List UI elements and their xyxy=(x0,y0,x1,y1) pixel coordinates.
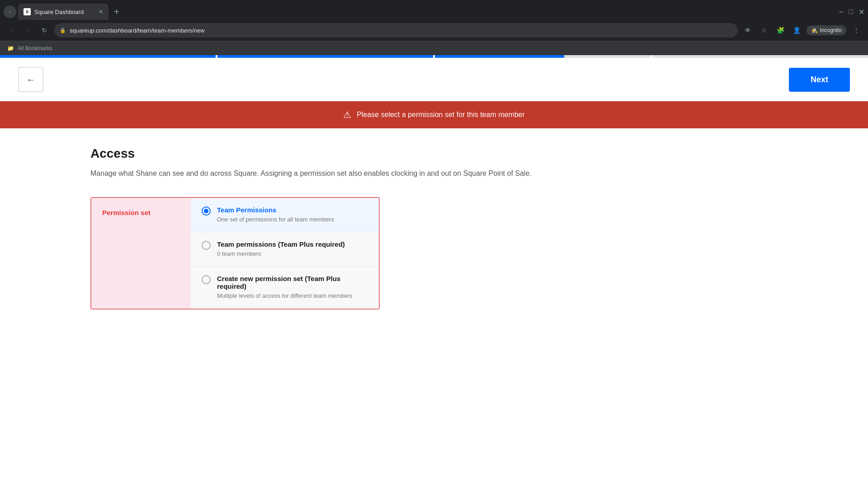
address-bar[interactable]: 🔒 squareup.com/dashboard/team/team-membe… xyxy=(54,23,738,38)
nav-row: ← Next xyxy=(0,58,868,101)
section-description: Manage what Shane can see and do across … xyxy=(90,168,778,179)
permission-option-2[interactable]: Team permissions (Team Plus required) 0 … xyxy=(191,232,379,267)
tab-close-button[interactable]: ✕ xyxy=(99,9,103,15)
browser-chrome: ‹ S Square Dashboard ✕ + – □ ✕ ← → ↻ 🔒 s… xyxy=(0,0,868,41)
option-3-content: Create new permission set (Team Plus req… xyxy=(217,275,368,300)
error-message: Please select a permission set for this … xyxy=(357,111,525,119)
option-1-title: Team Permissions xyxy=(217,206,334,214)
permission-set-label: Permission set xyxy=(102,209,151,216)
tab-favicon: S xyxy=(24,8,31,15)
option-2-description: 0 team members xyxy=(217,250,345,258)
extension-icon[interactable]: 🧩 xyxy=(774,24,787,37)
option-1-content: Team Permissions One set of permissions … xyxy=(217,206,334,224)
permission-label-column: Permission set xyxy=(91,198,191,309)
star-icon[interactable]: ☆ xyxy=(758,24,770,37)
minimize-button[interactable]: – xyxy=(839,8,843,16)
back-button[interactable]: ← xyxy=(18,67,43,92)
bookmarks-label: All Bookmarks xyxy=(18,45,52,52)
tab-prev-button[interactable]: ‹ xyxy=(4,5,16,18)
progress-step-3 xyxy=(435,55,651,58)
page-title: Access xyxy=(90,146,778,161)
close-button[interactable]: ✕ xyxy=(859,8,864,16)
main-content: Access Manage what Shane can see and do … xyxy=(0,128,868,328)
option-2-content: Team permissions (Team Plus required) 0 … xyxy=(217,240,345,258)
page-content: ← Next ⚠ Please select a permission set … xyxy=(0,55,868,488)
permission-set-card: Permission set Team Permissions One set … xyxy=(90,197,380,310)
error-banner: ⚠ Please select a permission set for thi… xyxy=(0,101,868,128)
permission-options-column: Team Permissions One set of permissions … xyxy=(191,198,379,309)
restore-button[interactable]: □ xyxy=(849,8,853,16)
radio-button-2[interactable] xyxy=(202,241,211,250)
incognito-badge: 🕵 Incognito xyxy=(807,25,846,35)
lock-icon: 🔒 xyxy=(60,28,66,33)
new-tab-button[interactable]: + xyxy=(110,7,123,17)
permission-option-3[interactable]: Create new permission set (Team Plus req… xyxy=(191,267,379,308)
tab-bar: ‹ S Square Dashboard ✕ + – □ ✕ xyxy=(0,0,868,20)
tab-title: Square Dashboard xyxy=(34,9,84,15)
browser-actions: 👁 ☆ 🧩 👤 🕵 Incognito ⋮ xyxy=(741,24,863,37)
browser-tab[interactable]: S Square Dashboard ✕ xyxy=(18,4,108,20)
progress-step-2 xyxy=(217,55,433,58)
progress-step-1 xyxy=(0,55,216,58)
option-3-description: Multiple levels of access for different … xyxy=(217,292,368,300)
menu-button[interactable]: ⋮ xyxy=(850,24,863,37)
bookmarks-bar: 📁 All Bookmarks xyxy=(0,41,868,55)
radio-button-1[interactable] xyxy=(202,206,211,216)
eye-off-icon[interactable]: 👁 xyxy=(741,24,754,37)
back-nav-button[interactable]: ← xyxy=(5,24,18,37)
incognito-icon: 🕵 xyxy=(811,27,818,33)
browser-controls: ← → ↻ 🔒 squareup.com/dashboard/team/team… xyxy=(0,20,868,41)
warning-icon: ⚠ xyxy=(343,109,351,120)
option-2-title: Team permissions (Team Plus required) xyxy=(217,240,345,248)
forward-nav-button[interactable]: → xyxy=(22,24,34,37)
radio-button-3[interactable] xyxy=(202,275,211,284)
permission-option-1[interactable]: Team Permissions One set of permissions … xyxy=(191,198,379,232)
back-arrow-icon: ← xyxy=(26,75,35,85)
option-3-title: Create new permission set (Team Plus req… xyxy=(217,275,368,290)
option-1-description: One set of permissions for all team memb… xyxy=(217,216,334,224)
incognito-label: Incognito xyxy=(820,27,842,33)
profile-icon[interactable]: 👤 xyxy=(790,24,803,37)
reload-button[interactable]: ↻ xyxy=(38,24,51,37)
next-button[interactable]: Next xyxy=(789,68,850,92)
url-display: squareup.com/dashboard/team/team-members… xyxy=(70,27,204,34)
progress-step-4 xyxy=(652,55,868,58)
bookmarks-folder-icon: 📁 xyxy=(7,45,14,52)
